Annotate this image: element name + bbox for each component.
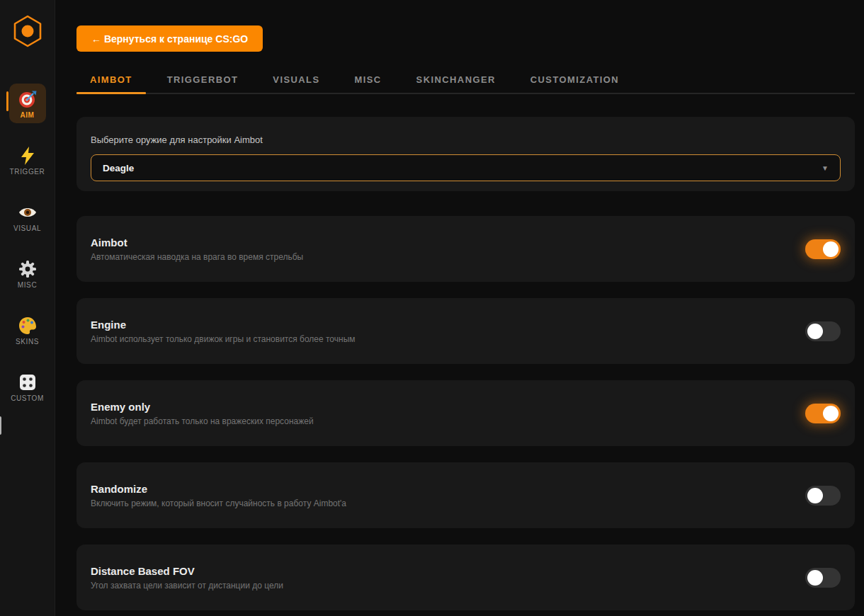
tab-misc[interactable]: MISC	[341, 68, 395, 93]
tab-skinchanger[interactable]: SKINCHANGER	[403, 68, 509, 93]
setting-text: Enemy only Aimbot будет работать только …	[91, 401, 314, 426]
toggle-switch[interactable]	[805, 239, 841, 259]
setting-description: Aimbot будет работать только на вражески…	[91, 416, 314, 426]
setting-text: Distance Based FOV Угол захвата цели зав…	[91, 565, 283, 591]
tab-visuals[interactable]: VISUALS	[259, 68, 333, 93]
setting-text: Aimbot Автоматическая наводка на врага в…	[91, 236, 303, 262]
sidebar-nav: AIM TRIGGER	[9, 84, 46, 423]
toggle-knob	[823, 406, 839, 421]
tab-bar: AIMBOT TRIGGERBOT VISUALS MISC SKINCHANG…	[76, 68, 855, 94]
hexagon-logo-icon[interactable]	[8, 11, 47, 51]
back-to-csgo-button[interactable]: ← Вернуться к странице CS:GO	[76, 25, 263, 52]
settings-list: Aimbot Автоматическая наводка на врага в…	[76, 216, 855, 610]
setting-title: Randomize	[91, 483, 346, 495]
tab-customization[interactable]: CUSTOMIZATION	[517, 68, 632, 93]
sidebar-item-label: VISUAL	[13, 224, 41, 232]
weapon-select-card: Выберите оружие для настройки Aimbot Dea…	[76, 117, 855, 191]
sidebar-item-label: AIM	[20, 111, 34, 119]
sidebar-item-custom[interactable]: CUSTOM	[9, 367, 46, 406]
tab-aimbot[interactable]: AIMBOT	[76, 68, 146, 93]
setting-description: Угол захвата цели зависит от дистанции д…	[91, 581, 283, 591]
setting-card-randomize: Randomize Включить режим, который вносит…	[76, 462, 855, 528]
setting-card-engine: Engine Aimbot использует только движок и…	[76, 298, 855, 364]
tab-label: CUSTOMIZATION	[530, 74, 619, 85]
tab-label: MISC	[355, 74, 382, 85]
palette-icon	[18, 316, 38, 336]
tab-label: VISUALS	[273, 74, 319, 85]
sidebar-item-label: CUSTOM	[11, 394, 44, 402]
sidebar-item-skins[interactable]: SKINS	[9, 310, 46, 350]
setting-text: Engine Aimbot использует только движок и…	[91, 319, 356, 344]
setting-card-distance-based-fov: Distance Based FOV Угол захвата цели зав…	[76, 544, 855, 610]
eye-icon	[18, 203, 38, 222]
sidebar-item-trigger[interactable]: TRIGGER	[9, 140, 46, 180]
lightning-icon	[18, 146, 38, 166]
toggle-knob	[807, 324, 823, 339]
toggle-switch[interactable]	[805, 404, 841, 423]
tab-triggerbot[interactable]: TRIGGERBOT	[154, 68, 252, 93]
setting-description: Включить режим, который вносит случайнос…	[91, 498, 346, 508]
setting-title: Distance Based FOV	[91, 565, 283, 577]
toggle-switch[interactable]	[805, 486, 841, 506]
toggle-knob	[807, 570, 823, 586]
setting-description: Aimbot использует только движок игры и с…	[91, 334, 356, 344]
sidebar-item-visual[interactable]: VISUAL	[9, 197, 46, 236]
setting-title: Engine	[91, 319, 356, 331]
sidebar-item-label: MISC	[18, 281, 37, 289]
toggle-knob	[823, 241, 839, 257]
sidebar-item-label: TRIGGER	[10, 168, 45, 176]
toggle-switch[interactable]	[805, 321, 841, 341]
setting-text: Randomize Включить режим, который вносит…	[91, 483, 346, 508]
weapon-select-label: Выберите оружие для настройки Aimbot	[91, 135, 841, 145]
gear-icon	[18, 259, 38, 279]
target-icon	[18, 89, 38, 109]
weapon-select-value: Deagle	[103, 163, 134, 173]
app: AIM TRIGGER	[0, 0, 864, 616]
sidebar-item-aim[interactable]: AIM	[9, 84, 46, 123]
setting-card-aimbot: Aimbot Автоматическая наводка на врага в…	[76, 216, 855, 282]
tab-label: TRIGGERBOT	[167, 74, 239, 85]
toggle-knob	[807, 488, 823, 503]
setting-description: Автоматическая наводка на врага во время…	[91, 252, 303, 262]
setting-card-enemy-only: Enemy only Aimbot будет работать только …	[76, 380, 855, 446]
dice-icon	[18, 372, 38, 392]
sidebar-item-label: SKINS	[16, 338, 39, 346]
scrollbar-thumb[interactable]	[0, 416, 1, 435]
main-content: ← Вернуться к странице CS:GO AIMBOT TRIG…	[55, 0, 864, 616]
setting-title: Enemy only	[91, 401, 314, 413]
sidebar: AIM TRIGGER	[0, 0, 55, 616]
tab-label: SKINCHANGER	[416, 74, 496, 85]
sidebar-item-misc[interactable]: MISC	[9, 253, 46, 293]
chevron-down-icon: ▼	[822, 164, 829, 172]
setting-title: Aimbot	[91, 236, 303, 249]
tab-label: AIMBOT	[90, 74, 132, 85]
weapon-select-dropdown[interactable]: Deagle ▼	[91, 154, 841, 181]
toggle-switch[interactable]	[805, 568, 841, 588]
